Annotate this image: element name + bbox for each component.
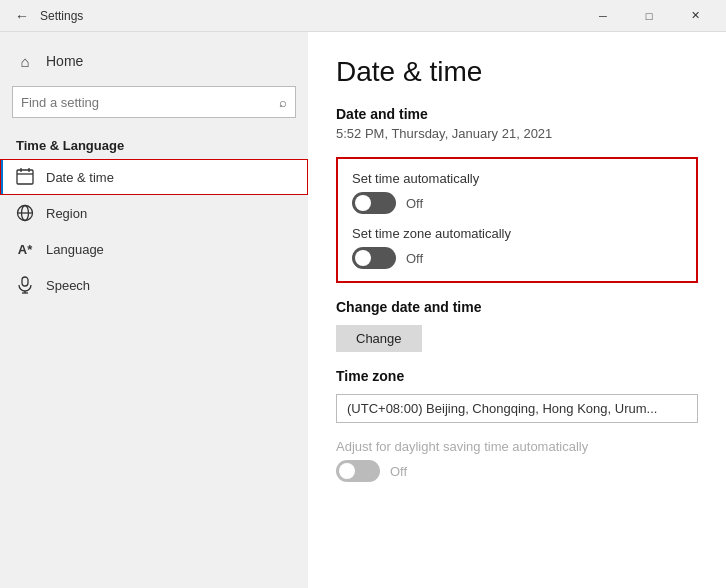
svg-rect-0	[17, 170, 33, 184]
timezone-label: Time zone	[336, 368, 698, 384]
set-time-auto-value: Off	[406, 196, 423, 211]
maximize-button[interactable]: □	[626, 0, 672, 32]
search-icon[interactable]: ⌕	[279, 95, 287, 110]
current-datetime: 5:52 PM, Thursday, January 21, 2021	[336, 126, 698, 141]
sidebar-item-region[interactable]: Region	[0, 195, 308, 231]
date-time-section-title: Date and time	[336, 106, 698, 122]
set-time-auto-label: Set time automatically	[352, 171, 682, 186]
home-icon: ⌂	[16, 52, 34, 70]
sidebar-item-speech[interactable]: Speech	[0, 267, 308, 303]
set-time-auto-control: Off	[352, 192, 682, 214]
speech-icon	[16, 276, 34, 294]
daylight-section: Adjust for daylight saving time automati…	[336, 439, 698, 482]
set-timezone-auto-value: Off	[406, 251, 423, 266]
sidebar-item-date-time-label: Date & time	[46, 170, 114, 185]
language-icon: A*	[16, 240, 34, 258]
set-time-auto-toggle[interactable]	[352, 192, 396, 214]
set-timezone-auto-row: Set time zone automatically Off	[352, 226, 682, 269]
daylight-label: Adjust for daylight saving time automati…	[336, 439, 698, 454]
close-button[interactable]: ✕	[672, 0, 718, 32]
region-icon	[16, 204, 34, 222]
change-date-label: Change date and time	[336, 299, 698, 315]
toggle-knob	[355, 195, 371, 211]
content-area: Date & time Date and time 5:52 PM, Thurs…	[308, 32, 726, 588]
daylight-control: Off	[336, 460, 698, 482]
search-input[interactable]	[21, 95, 279, 110]
set-timezone-auto-toggle[interactable]	[352, 247, 396, 269]
sidebar-item-home[interactable]: ⌂ Home	[0, 44, 308, 78]
timezone-section: Time zone (UTC+08:00) Beijing, Chongqing…	[336, 368, 698, 423]
set-timezone-auto-control: Off	[352, 247, 682, 269]
set-timezone-auto-label: Set time zone automatically	[352, 226, 682, 241]
change-date-section: Change date and time Change	[336, 299, 698, 352]
page-title: Date & time	[336, 56, 698, 88]
daylight-toggle[interactable]	[336, 460, 380, 482]
main-layout: ⌂ Home ⌕ Time & Language Date & time	[0, 32, 726, 588]
sidebar-item-region-label: Region	[46, 206, 87, 221]
sidebar-item-language[interactable]: A* Language	[0, 231, 308, 267]
timezone-dropdown[interactable]: (UTC+08:00) Beijing, Chongqing, Hong Kon…	[336, 394, 698, 423]
home-label: Home	[46, 53, 83, 69]
titlebar-title: Settings	[40, 9, 83, 23]
svg-rect-7	[22, 277, 28, 286]
titlebar: ← Settings ─ □ ✕	[0, 0, 726, 32]
sidebar-section-label: Time & Language	[0, 126, 308, 159]
auto-toggle-section: Set time automatically Off Set time zone…	[336, 157, 698, 283]
sidebar: ⌂ Home ⌕ Time & Language Date & time	[0, 32, 308, 588]
sidebar-item-speech-label: Speech	[46, 278, 90, 293]
minimize-button[interactable]: ─	[580, 0, 626, 32]
daylight-value: Off	[390, 464, 407, 479]
back-button[interactable]: ←	[8, 2, 36, 30]
sidebar-item-date-time[interactable]: Date & time	[0, 159, 308, 195]
set-time-auto-row: Set time automatically Off	[352, 171, 682, 214]
search-box: ⌕	[12, 86, 296, 118]
window-controls: ─ □ ✕	[580, 0, 718, 32]
date-time-icon	[16, 168, 34, 186]
daylight-knob	[339, 463, 355, 479]
change-button[interactable]: Change	[336, 325, 422, 352]
sidebar-item-language-label: Language	[46, 242, 104, 257]
toggle-knob-2	[355, 250, 371, 266]
